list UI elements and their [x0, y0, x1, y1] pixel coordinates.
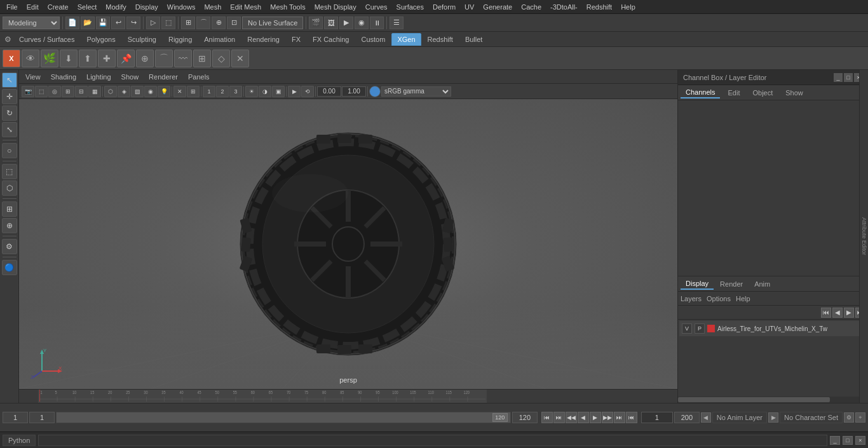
vp-loop-btn[interactable]: ⟲ — [301, 86, 314, 97]
vp-menu-renderer[interactable]: Renderer — [145, 72, 182, 82]
anim-range-bar[interactable]: 120 — [56, 412, 511, 423]
char-set-add-icon[interactable]: + — [855, 412, 865, 423]
vp-safe-action-btn[interactable]: ⊞ — [62, 86, 74, 97]
menu-deform[interactable]: Deform — [429, 2, 459, 12]
shelf-icon-grid[interactable]: ⊞ — [193, 50, 211, 67]
vp-frame-btn[interactable]: ⬚ — [35, 86, 48, 97]
render-btn[interactable]: 🖼 — [324, 17, 338, 29]
cb-tab-object[interactable]: Object — [747, 88, 778, 98]
select-mode-btn[interactable]: ▷ — [146, 17, 160, 29]
vp-cam-x-input[interactable] — [317, 86, 341, 97]
shelf-icon-eye[interactable]: 👁 — [22, 50, 39, 67]
menu-edit-mesh[interactable]: Edit Mesh — [226, 2, 265, 12]
window-restore-btn[interactable]: □ — [843, 436, 853, 445]
select-tool[interactable]: ↖ — [2, 72, 17, 88]
vp-play-btn[interactable]: ▶ — [288, 86, 301, 97]
menu-select[interactable]: Select — [74, 2, 101, 12]
python-input-area[interactable] — [38, 435, 827, 446]
current-frame-left[interactable] — [29, 412, 55, 423]
vp-menu-shading[interactable]: Shading — [47, 72, 80, 82]
cb-tab-show[interactable]: Show — [780, 88, 808, 98]
anim-layer-icon-next[interactable]: ▶ — [768, 412, 778, 423]
menu-display[interactable]: Display — [132, 2, 162, 12]
start-frame-input[interactable] — [3, 412, 28, 423]
panel-maximize-btn[interactable]: □ — [844, 73, 853, 82]
vp-smooth3-btn[interactable]: 3 — [229, 86, 242, 97]
window-close-btn[interactable]: × — [855, 436, 865, 445]
pb-first-btn[interactable]: ⏮ — [541, 412, 553, 423]
vp-menu-lighting[interactable]: Lighting — [83, 72, 115, 82]
render-settings-btn[interactable]: 🎬 — [309, 17, 323, 29]
redo-btn[interactable]: ↪ — [126, 17, 140, 29]
pb-prev-key-btn[interactable]: ⏭ — [553, 412, 565, 423]
vp-xray-btn[interactable]: ✕ — [173, 86, 186, 97]
render-pause-btn[interactable]: ⏸ — [370, 17, 384, 29]
menu-modify[interactable]: Modify — [102, 2, 130, 12]
current-frame-display[interactable]: 1 — [641, 412, 673, 423]
shelf-icon-arrow-down[interactable]: ⬇ — [60, 50, 78, 67]
shelf-icon-x[interactable]: X — [3, 50, 20, 67]
save-scene-btn[interactable]: 💾 — [96, 17, 110, 29]
vp-shadow-btn[interactable]: ▣ — [272, 86, 285, 97]
timeline-ruler[interactable]: 1 5 10 15 20 25 30 35 — [38, 390, 487, 403]
menu-file[interactable]: File — [3, 2, 22, 12]
pb-next-btn[interactable]: ▶▶ — [602, 412, 613, 423]
shelf-icon-wave[interactable]: 〰 — [174, 50, 192, 67]
lasso-select-tool[interactable]: ⬚ — [2, 164, 17, 179]
workspace-dropdown[interactable]: Modeling — [3, 17, 60, 29]
layer-tab-render[interactable]: Render — [715, 279, 748, 289]
char-set-settings-icon[interactable]: ⚙ — [844, 412, 854, 423]
scale-tool[interactable]: ⤡ — [2, 122, 17, 137]
shelf-tab-xgen[interactable]: XGen — [391, 33, 421, 46]
ipr-btn[interactable]: ▶ — [339, 17, 353, 29]
menu-help[interactable]: Help — [617, 2, 639, 12]
sculpt-tool[interactable]: 🔵 — [2, 260, 17, 275]
layer-nav-prev[interactable]: ◀ — [832, 308, 843, 318]
menu-mesh[interactable]: Mesh — [200, 2, 225, 12]
shelf-tab-redshift[interactable]: Redshift — [422, 33, 459, 46]
shelf-icon-close[interactable]: ✕ — [231, 50, 249, 67]
shelf-icon-leaf[interactable]: 🌿 — [41, 50, 58, 67]
lasso-btn[interactable]: ⬚ — [161, 17, 175, 29]
vp-smooth2-btn[interactable]: 2 — [216, 86, 229, 97]
menu-cache[interactable]: Cache — [517, 2, 545, 12]
layer-visibility-btn[interactable]: V — [682, 323, 692, 334]
shelf-icon-curve[interactable]: ⌒ — [155, 50, 173, 67]
menu-create[interactable]: Create — [44, 2, 72, 12]
shelf-icon-diamond[interactable]: ◇ — [212, 50, 230, 67]
vp-hdr-btn[interactable]: ◑ — [259, 86, 271, 97]
shelf-tab-fx-caching[interactable]: FX Caching — [307, 33, 355, 46]
menu-curves[interactable]: Curves — [362, 2, 391, 12]
menu-generate[interactable]: Generate — [479, 2, 516, 12]
menu-mesh-display[interactable]: Mesh Display — [311, 2, 360, 12]
render-view-btn[interactable]: ◉ — [355, 17, 369, 29]
layer-opt-options[interactable]: Options — [707, 295, 731, 302]
vp-env-btn[interactable]: ☀ — [245, 86, 258, 97]
shelf-tab-bullet[interactable]: Bullet — [459, 33, 489, 46]
vp-menu-show[interactable]: Show — [118, 72, 143, 82]
cb-tab-channels[interactable]: Channels — [681, 87, 720, 98]
attribute-editor-tab[interactable]: Attribute Editor — [859, 70, 868, 403]
layer-scrollbar[interactable] — [678, 397, 868, 403]
rotate-tool[interactable]: ↻ — [2, 105, 17, 121]
pb-last-btn[interactable]: ⏮ — [626, 412, 637, 423]
shelf-tab-animation[interactable]: Animation — [198, 33, 241, 46]
vp-light-btn[interactable]: 💡 — [158, 86, 170, 97]
menu-uv[interactable]: UV — [461, 2, 478, 12]
shelf-icon-stack[interactable]: ⊕ — [136, 50, 154, 67]
layer-opt-layers[interactable]: Layers — [681, 295, 702, 302]
shelf-tab-polygons[interactable]: Polygons — [81, 33, 121, 46]
panel-float-btn[interactable]: _ — [834, 73, 843, 82]
new-scene-btn[interactable]: 📄 — [65, 17, 79, 29]
vp-grid-btn[interactable]: ⊟ — [75, 86, 88, 97]
shelf-tab-rendering[interactable]: Rendering — [241, 33, 285, 46]
menu-edit[interactable]: Edit — [23, 2, 43, 12]
layer-nav-next[interactable]: ▶ — [844, 308, 854, 318]
paint-select-tool[interactable]: ⬡ — [2, 180, 17, 196]
vp-menu-panels[interactable]: Panels — [184, 72, 214, 82]
anim-layer-icon-prev[interactable]: ◀ — [701, 412, 711, 423]
color-space-select[interactable]: sRGB gamma — [381, 86, 451, 97]
snap-view-btn[interactable]: ⊡ — [227, 17, 241, 29]
shelf-icon-pin[interactable]: 📌 — [117, 50, 135, 67]
shelf-settings-icon[interactable]: ⚙ — [3, 34, 13, 44]
